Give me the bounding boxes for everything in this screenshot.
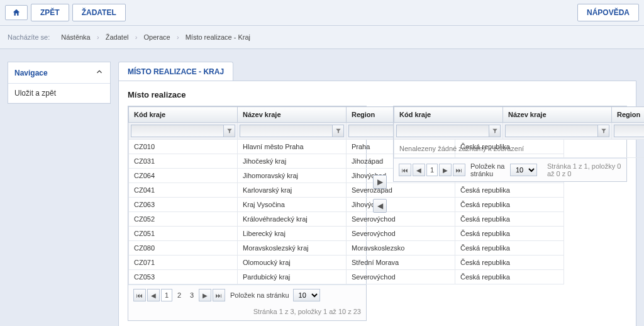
move-left-button[interactable]: ◀ [373,199,387,213]
cell-name: Kraj Vysočina [238,198,347,212]
cell-code: CZ052 [129,212,238,227]
cell-region: Severozápad [347,183,455,198]
left-pager: ⏮ ◀ 1 2 3 ▶ ⏭ Položek na stránku 10 [128,284,366,305]
cell-code: CZ063 [129,198,238,212]
breadcrumb: Nacházíte se: Nástěnka Žadatel Operace M… [0,26,644,49]
cell-code: CZ080 [129,241,238,256]
table-row[interactable]: CZ071Olomoucký krajStřední MoravaČeská r… [129,256,564,270]
pager-next[interactable]: ▶ [199,289,211,301]
selected-grid: Kód kraje Název kraje Region Stát [393,106,627,182]
filter-code-input[interactable] [396,125,489,137]
cell-region: Severovýchod [347,227,455,241]
tab-misto-realizace-kraj[interactable]: MÍSTO REALIZACE - KRAJ [118,62,233,81]
table-row[interactable]: CZ080Moravskoslezský krajMoravskoslezsko… [129,241,564,256]
col-header-name[interactable]: Název kraje [503,107,612,123]
table-row[interactable]: CZ053Pardubický krajSeverovýchodČeská re… [129,270,564,284]
table-row[interactable]: CZ052Královéhradecký krajSeverovýchodČes… [129,212,564,227]
cell-code: CZ031 [129,154,238,169]
right-pager: ⏮ ◀ 1 ▶ ⏭ Položek na stránku 10 Stránka … [394,158,626,181]
sidebar-title: Navigace [14,69,48,77]
cell-name: Moravskoslezský kraj [238,241,347,256]
cell-name: Jihočeský kraj [238,154,347,169]
pager-first[interactable]: ⏮ [399,164,411,176]
right-pager-info: Stránka 1 z 1, položky 0 až 0 z 0 [547,162,621,177]
table-row[interactable]: CZ051Liberecký krajSeverovýchodČeská rep… [129,227,564,241]
chevron-up-icon [95,67,104,78]
pager-page-1[interactable]: 1 [426,164,438,176]
left-pager-info: Stránka 1 z 3, položky 1 až 10 z 23 [128,305,366,320]
cell-name: Liberecký kraj [238,227,347,241]
filter-name-input[interactable] [505,125,598,137]
filter-code-input[interactable] [131,125,224,137]
col-header-region[interactable]: Region [612,107,645,123]
topbar: ZPĚT ŽADATEL NÁPOVĚDA [0,0,644,26]
applicant-button[interactable]: ŽADATEL [72,4,126,21]
col-header-name[interactable]: Název kraje [238,107,347,123]
cell-code: CZ041 [129,183,238,198]
filter-region-input[interactable] [614,125,644,137]
breadcrumb-item[interactable]: Žadatel [99,31,138,43]
cell-code: CZ071 [129,256,238,270]
col-header-code[interactable]: Kód kraje [129,107,238,123]
panel: Místo realizace Kód kraje Název kraje Re… [118,81,636,326]
cell-region: Severovýchod [347,270,455,284]
cell-name: Hlavní město Praha [238,140,347,154]
cell-code: CZ051 [129,227,238,241]
shuttle-controls: ▶ ◀ [373,106,387,213]
filter-icon[interactable] [598,125,609,137]
cell-name: Jihomoravský kraj [238,169,347,183]
pagesize-select[interactable]: 10 [293,289,320,301]
cell-state: Česká republika [455,241,564,256]
pager-last[interactable]: ⏭ [453,164,465,176]
pager-page-2[interactable]: 2 [174,289,185,301]
pager-next[interactable]: ▶ [439,164,452,176]
table-row[interactable]: CZ063Kraj VysočinaJihovýchodČeská republ… [129,198,564,212]
available-grid: Kód kraje Název kraje Region Stát [128,106,367,321]
pager-prev[interactable]: ◀ [147,289,160,301]
breadcrumb-item[interactable]: Operace [137,31,179,43]
move-right-button[interactable]: ▶ [373,175,387,189]
cell-code: CZ010 [129,140,238,154]
breadcrumb-item[interactable]: Nástěnka [55,31,99,43]
filter-name-input[interactable] [240,125,333,137]
pager-page-3[interactable]: 3 [186,289,197,301]
cell-state: Česká republika [455,256,564,270]
sidebar-header[interactable]: Navigace [8,62,110,84]
cell-name: Karlovarský kraj [238,183,347,198]
cell-name: Pardubický kraj [238,270,347,284]
cell-region: Střední Morava [347,256,455,270]
pager-prev[interactable]: ◀ [413,164,425,176]
pager-page-1[interactable]: 1 [161,289,172,301]
cell-name: Královéhradecký kraj [238,212,347,227]
cell-region: Moravskoslezsko [347,241,455,256]
cell-code: CZ053 [129,270,238,284]
cell-name: Olomoucký kraj [238,256,347,270]
cell-code: CZ064 [129,169,238,183]
filter-icon[interactable] [224,125,235,137]
no-records-text: Nenalezeny žádné záznamy k zobrazení [394,140,645,158]
pager-first[interactable]: ⏮ [133,289,146,301]
cell-state: Česká republika [455,270,564,284]
pagesize-label: Položek na stránku [230,291,289,299]
table-row[interactable]: CZ041Karlovarský krajSeverozápadČeská re… [129,183,564,198]
filter-icon[interactable] [489,125,501,137]
breadcrumb-item: Místo realizace - Kraj [179,31,259,43]
cell-region: Jihovýchod [347,198,455,212]
pagesize-label: Položek na stránku [470,162,506,177]
cell-region: Severovýchod [347,212,455,227]
pager-last[interactable]: ⏭ [213,289,225,301]
back-button[interactable]: ZPĚT [31,4,69,21]
home-icon [12,8,21,17]
breadcrumb-label: Nacházíte se: [8,33,50,41]
col-header-code[interactable]: Kód kraje [394,107,503,123]
filter-icon[interactable] [333,125,344,137]
cell-state: Česká republika [455,212,564,227]
cell-state: Česká republika [455,198,564,212]
cell-state: Česká republika [455,227,564,241]
cell-state: Česká republika [455,183,564,198]
sidebar-item-save-back[interactable]: Uložit a zpět [8,84,110,103]
panel-title: Místo realizace [128,90,627,99]
pagesize-select[interactable]: 10 [510,164,537,176]
home-button[interactable] [5,5,28,20]
help-button[interactable]: NÁPOVĚDA [577,4,639,21]
